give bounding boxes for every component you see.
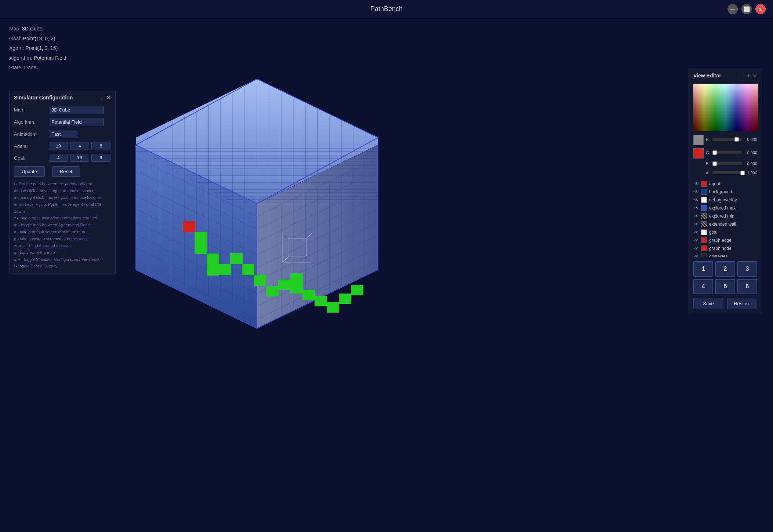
b-slider-thumb <box>712 161 717 166</box>
cube-svg <box>121 68 393 339</box>
a-slider-thumb <box>740 171 745 175</box>
layer-color-swatch[interactable] <box>701 213 707 219</box>
layer-item[interactable]: 👁background <box>693 188 757 196</box>
algorithm-info: Algorithm: Potential Field <box>9 53 66 63</box>
layer-item[interactable]: 👁debug overlay <box>693 196 757 204</box>
agent-y-input[interactable] <box>70 142 89 150</box>
minimize-button[interactable]: — <box>727 4 738 14</box>
svg-rect-90 <box>207 254 219 265</box>
sim-config-minimize-btn[interactable]: — <box>92 95 98 101</box>
r-slider-thumb <box>734 137 739 142</box>
algorithm-value: Potential Field <box>34 55 66 61</box>
layer-color-swatch[interactable] <box>701 229 707 235</box>
preset-btn-2[interactable]: 2 <box>715 261 735 277</box>
help-line: t - find the path between the agent and … <box>14 181 111 187</box>
goal-coord-group <box>49 154 110 162</box>
preset-btn-4[interactable]: 4 <box>693 279 713 294</box>
map-info: Map: 3D Cube <box>9 24 66 34</box>
layer-color-swatch[interactable] <box>701 245 707 251</box>
layer-visibility-icon[interactable]: 👁 <box>694 189 699 195</box>
sim-config-close-btn[interactable]: ✕ <box>106 95 111 101</box>
reset-button[interactable]: Reset <box>52 166 80 177</box>
restore-button[interactable]: Restore <box>727 298 757 309</box>
layer-item[interactable]: 👁explored max <box>693 204 757 212</box>
b-slider[interactable] <box>712 162 742 165</box>
3d-viewport[interactable] <box>121 68 393 339</box>
layer-color-swatch[interactable] <box>701 254 707 257</box>
r-slider[interactable] <box>712 138 742 141</box>
simulator-config-panel: Simulator Configuration — + ✕ Map: Algor… <box>9 90 116 274</box>
layer-color-swatch[interactable] <box>701 197 707 203</box>
save-button[interactable]: Save <box>693 298 723 309</box>
preset-btn-3[interactable]: 3 <box>737 261 757 277</box>
g-slider[interactable] <box>712 151 742 154</box>
title-bar: PathBench — ⬜ ✕ <box>0 0 773 18</box>
help-line: p - take a custom screenshot of the scen… <box>14 236 111 243</box>
view-editor-minimize-btn[interactable]: — <box>739 73 744 79</box>
goal-z-input[interactable] <box>91 154 110 162</box>
layer-name: extended wall <box>709 222 736 227</box>
update-button[interactable]: Update <box>14 166 45 177</box>
view-editor-close-btn[interactable]: ✕ <box>753 73 757 79</box>
a-slider[interactable] <box>712 171 742 174</box>
layer-item[interactable]: 👁goal <box>693 228 757 236</box>
help-line: arrow keys, PgUp, PgDn - move agent / go… <box>14 201 111 215</box>
layer-visibility-icon[interactable]: 👁 <box>694 230 699 235</box>
svg-rect-96 <box>266 286 279 296</box>
svg-rect-101 <box>315 296 327 306</box>
layer-visibility-icon[interactable]: 👁 <box>694 197 699 203</box>
layer-color-swatch[interactable] <box>701 205 707 211</box>
preset-btn-5[interactable]: 5 <box>715 279 735 294</box>
layer-color-swatch[interactable] <box>701 237 707 243</box>
agent-z-input[interactable] <box>91 142 110 150</box>
maximize-button[interactable]: ⬜ <box>741 4 752 14</box>
svg-rect-103 <box>339 294 351 304</box>
animation-config-input[interactable] <box>49 130 78 138</box>
svg-rect-91 <box>207 265 219 276</box>
algorithm-config-label: Algorithm: <box>14 119 49 125</box>
b-label: B <box>706 161 711 166</box>
layer-visibility-icon[interactable]: 👁 <box>694 254 699 257</box>
help-line: o - take a default screenshot of the map <box>14 229 111 236</box>
goal-x-input[interactable] <box>49 154 68 162</box>
layer-item[interactable]: 👁obstacles <box>693 252 757 257</box>
help-line: i - toggle Debug Overlay <box>14 263 111 270</box>
state-info: State: Done <box>9 63 66 73</box>
layer-item[interactable]: 👁graph edge <box>693 236 757 244</box>
layer-item[interactable]: 👁agent <box>693 180 757 188</box>
svg-rect-104 <box>351 285 363 295</box>
svg-rect-95 <box>254 275 266 286</box>
layer-color-swatch[interactable] <box>701 221 707 227</box>
svg-rect-93 <box>230 253 243 264</box>
layer-visibility-icon[interactable]: 👁 <box>694 222 699 227</box>
layer-color-swatch[interactable] <box>701 181 707 187</box>
layer-item[interactable]: 👁graph node <box>693 244 757 252</box>
layer-visibility-icon[interactable]: 👁 <box>694 214 699 219</box>
layer-item[interactable]: 👁explored min <box>693 212 757 220</box>
goal-label: Goal: <box>9 36 21 41</box>
layer-visibility-icon[interactable]: 👁 <box>694 205 699 211</box>
state-value: Done <box>24 65 36 70</box>
preset-btn-1[interactable]: 1 <box>693 261 713 277</box>
layer-name: goal <box>709 230 718 235</box>
layer-visibility-icon[interactable]: 👁 <box>694 181 699 187</box>
map-config-row: Map: <box>14 106 111 114</box>
view-editor-expand-btn[interactable]: + <box>747 73 750 79</box>
svg-rect-88 <box>195 232 207 243</box>
goal-y-input[interactable] <box>70 154 89 162</box>
map-config-input[interactable] <box>49 106 104 114</box>
help-line: c, v - toggle Simulator Configuration / … <box>14 256 111 263</box>
goal-config-row: Goal: <box>14 154 111 162</box>
algorithm-config-input[interactable] <box>49 118 104 126</box>
color-picker[interactable] <box>693 84 758 131</box>
close-button[interactable]: ✕ <box>755 4 766 14</box>
agent-x-input[interactable] <box>49 142 68 150</box>
layer-visibility-icon[interactable]: 👁 <box>694 246 699 251</box>
algorithm-config-row: Algorithm: <box>14 118 111 126</box>
preset-btn-6[interactable]: 6 <box>737 279 757 294</box>
sim-config-expand-btn[interactable]: + <box>101 95 104 101</box>
layer-item[interactable]: 👁extended wall <box>693 220 757 228</box>
layer-visibility-icon[interactable]: 👁 <box>694 238 699 243</box>
help-line: m - toggle map between Sparse and Dense <box>14 222 111 229</box>
layer-color-swatch[interactable] <box>701 189 707 195</box>
